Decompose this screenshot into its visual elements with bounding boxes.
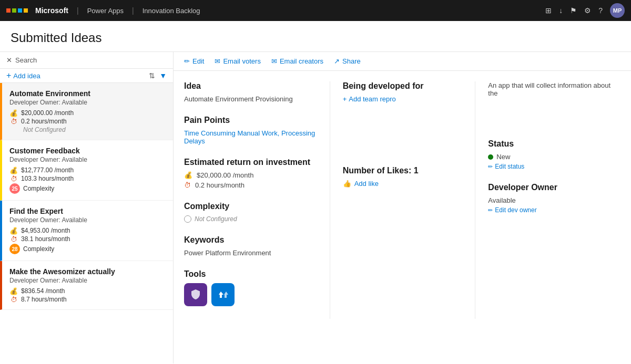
thumbsup-icon: 👍 xyxy=(343,180,351,188)
tool-icon-arrow xyxy=(211,283,235,306)
sort-icon[interactable]: ⇅ xyxy=(149,71,155,80)
download-icon[interactable]: ↓ xyxy=(559,6,563,15)
complexity-row: Not Configured xyxy=(9,126,166,133)
detail-grid: Idea Automate Environment Provisioning P… xyxy=(174,71,631,319)
complexity-label: Complexity xyxy=(23,185,54,192)
logo-green xyxy=(12,8,16,13)
app-description: An app that will collect information abo… xyxy=(488,81,620,97)
keywords-value: Power Platform Environment xyxy=(184,249,330,257)
status-row: New xyxy=(488,153,620,161)
pencil-icon: ✏ xyxy=(184,57,190,65)
time-icon: ⏱ xyxy=(9,296,18,303)
add-team-repro-label: Add team repro xyxy=(349,95,396,103)
money-row: 💰 $4,953.00 /month xyxy=(9,227,166,234)
complexity-circle xyxy=(184,215,191,223)
time-row: ⏱ 103.3 hours/month xyxy=(9,175,166,182)
sidebar-toolbar: ✕ Search xyxy=(0,52,173,69)
time-icon: ⏱ xyxy=(9,118,18,124)
idea-owner: Developer Owner: Available xyxy=(9,277,166,284)
app-name: Power Apps xyxy=(87,7,124,15)
time-row: ⏱ 8.7 hours/month xyxy=(9,296,166,303)
add-team-repro-button[interactable]: + Add team repro xyxy=(343,95,396,103)
money-row: 💰 $12,777.00 /month xyxy=(9,167,166,174)
settings-icon[interactable]: ⚙ xyxy=(584,6,591,15)
share-icon: ↗ xyxy=(334,57,340,65)
idea-owner: Developer Owner: Available xyxy=(9,99,166,106)
complexity-badge: 25 xyxy=(9,183,20,194)
likes-section: Number of Likes: 1 👍 Add like xyxy=(343,166,475,188)
roi-time-row: ⏱ 0.2 hours/month xyxy=(184,181,330,189)
complexity-value: Not Configured xyxy=(23,126,66,133)
complexity-icon xyxy=(9,127,20,133)
share-button[interactable]: ↗ Share xyxy=(334,57,361,65)
share-label: Share xyxy=(342,57,361,65)
email-voters-button[interactable]: ✉ Email voters xyxy=(215,57,261,65)
email-creators-label: Email creators xyxy=(280,57,323,65)
topbar-pipe: | xyxy=(132,6,134,15)
add-idea-label: Add idea xyxy=(13,72,40,80)
idea-owner: Developer Owner: Available xyxy=(9,216,166,224)
pencil-icon: ✏ xyxy=(488,207,493,214)
detail-right-col: An app that will collect information abo… xyxy=(475,81,620,319)
section-name: Innovation Backlog xyxy=(143,7,200,15)
idea-title: Find the Expert xyxy=(9,207,166,215)
idea-item-automate[interactable]: Automate Environment Developer Owner: Av… xyxy=(0,83,173,140)
roi-time: 0.2 hours/month xyxy=(195,181,245,189)
envelope-icon: ✉ xyxy=(271,57,277,65)
pencil-icon: ✏ xyxy=(488,163,493,170)
status-section: Status New ✏ Edit status xyxy=(488,139,620,170)
plus-icon: + xyxy=(6,71,11,80)
filter-icon[interactable]: ▼ xyxy=(159,71,167,80)
main-layout: ✕ Search + Add idea ⇅ ▼ Automate Environ… xyxy=(0,52,631,363)
idea-item-find-expert[interactable]: Find the Expert Developer Owner: Availab… xyxy=(0,201,173,261)
topbar-divider: | xyxy=(77,6,79,15)
dev-owner-value: Available xyxy=(488,196,620,204)
idea-meta: 💰 $12,777.00 /month ⏱ 103.3 hours/month … xyxy=(9,167,166,194)
pin-icon[interactable]: ⊞ xyxy=(545,6,552,15)
edit-label: Edit xyxy=(192,57,204,65)
idea-label: Idea xyxy=(184,81,330,91)
email-creators-button[interactable]: ✉ Email creators xyxy=(271,57,323,65)
pain-points-label: Pain Points xyxy=(184,116,330,125)
microsoft-logo xyxy=(6,8,28,13)
topbar: Microsoft | Power Apps | Innovation Back… xyxy=(0,0,631,21)
money-icon: 💰 xyxy=(9,167,18,173)
pain-points-section: Pain Points Time Consuming Manual Work, … xyxy=(184,116,330,145)
time-icon: ⏱ xyxy=(9,236,18,242)
add-idea-button[interactable]: + Add idea xyxy=(6,71,40,80)
keywords-section: Keywords Power Platform Environment xyxy=(184,235,330,257)
flag-icon[interactable]: ⚑ xyxy=(570,6,577,15)
keywords-label: Keywords xyxy=(184,235,330,245)
time-icon: ⏱ xyxy=(9,175,18,182)
status-label: Status xyxy=(488,139,620,149)
complexity-row: 28 Complexity xyxy=(9,244,166,254)
user-avatar[interactable]: MP xyxy=(610,3,625,18)
edit-dev-owner-button[interactable]: ✏ Edit dev owner xyxy=(488,206,620,214)
dev-owner-label: Developer Owner xyxy=(488,183,620,192)
close-icon[interactable]: ✕ xyxy=(6,56,12,64)
help-icon[interactable]: ? xyxy=(598,6,603,15)
money-icon: 💰 xyxy=(184,171,192,179)
idea-title: Customer Feedback xyxy=(9,147,166,155)
logo-red xyxy=(6,8,11,13)
money-value: $12,777.00 /month xyxy=(21,167,74,174)
page-title: Submitted Ideas xyxy=(11,30,620,45)
logo-blue xyxy=(18,8,22,13)
time-value: 8.7 hours/month xyxy=(21,296,67,303)
search-label: Search xyxy=(15,56,37,64)
likes-label: Number of Likes: 1 xyxy=(343,166,475,175)
complexity-section: Complexity Not Configured xyxy=(184,202,330,223)
edit-status-button[interactable]: ✏ Edit status xyxy=(488,163,620,170)
money-row: 💰 $836.54 /month xyxy=(9,287,166,295)
idea-item-awesomizer[interactable]: Make the Awesomizer actually Developer O… xyxy=(0,261,173,310)
idea-title: Make the Awesomizer actually xyxy=(9,267,166,276)
dev-owner-section: Developer Owner Available ✏ Edit dev own… xyxy=(488,183,620,214)
topbar-right: ⊞ ↓ ⚑ ⚙ ? MP xyxy=(545,3,625,18)
sidebar: ✕ Search + Add idea ⇅ ▼ Automate Environ… xyxy=(0,52,174,363)
add-like-button[interactable]: 👍 Add like xyxy=(343,180,475,188)
search-area[interactable]: ✕ Search xyxy=(6,56,167,64)
edit-button[interactable]: ✏ Edit xyxy=(184,57,204,65)
idea-meta: 💰 $836.54 /month ⏱ 8.7 hours/month xyxy=(9,287,166,303)
money-value: $836.54 /month xyxy=(21,287,65,295)
idea-item-customer-feedback[interactable]: Customer Feedback Developer Owner: Avail… xyxy=(0,140,173,201)
